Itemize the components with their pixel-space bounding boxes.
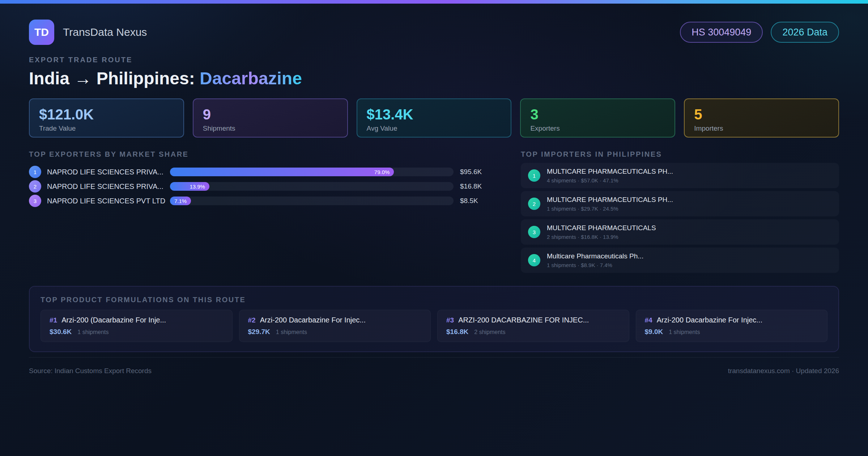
exporters-list: 1 NAPROD LIFE SCIENCES PRIVA... 79.0% $9… [29, 166, 492, 207]
product-card[interactable]: #1 Arzi-200 (Dacarbazine For Inje... $30… [41, 310, 233, 342]
market-share-percent: 79.0% [374, 169, 390, 175]
market-share-bar-fill: 13.9% [170, 182, 209, 191]
product-title-line: #3 ARZI-200 DACARBAZINE FOR INJEC... [446, 316, 620, 324]
route-text: India → Philippines: [29, 69, 195, 88]
page-title: India → Philippines: Dacarbazine [29, 68, 839, 88]
importer-info: MULTICARE PHARMACEUTICALS PH... 1 shipme… [547, 196, 673, 212]
eyebrow-label: EXPORT TRADE ROUTE [29, 56, 839, 64]
exporter-name: NAPROD LIFE SCIENCES PRIVA... [47, 182, 170, 191]
product-value: $9.0K [645, 328, 663, 336]
exporter-value: $8.5K [460, 197, 492, 205]
rank-badge: 3 [29, 195, 41, 207]
product-title-line: #2 Arzi-200 Dacarbazine For Injec... [248, 316, 422, 324]
product-shipments: 2 shipments [474, 329, 505, 335]
market-share-bar-track: 13.9% [170, 182, 454, 191]
rank-badge: 2 [528, 198, 540, 210]
exporter-value: $95.6K [460, 168, 492, 176]
product-shipments: 1 shipments [276, 329, 307, 335]
importer-name: MULTICARE PHARMACEUTICALS PH... [547, 196, 673, 204]
importer-info: MULTICARE PHARMACEUTICALS 2 shipments · … [547, 224, 656, 240]
product-value: $16.8K [446, 328, 468, 336]
stat-label: Importers [694, 124, 829, 132]
content-columns: TOP EXPORTERS BY MARKET SHARE 1 NAPROD L… [29, 151, 839, 276]
importers-heading: TOP IMPORTERS IN PHILIPPINES [521, 151, 839, 158]
product-rank: #2 [248, 316, 256, 324]
exporter-name: NAPROD LIFE SCIENCES PRIVA... [47, 168, 170, 176]
stats-row: $121.0K Trade Value 9 Shipments $13.4K A… [29, 98, 839, 138]
product-card[interactable]: #4 Arzi-200 Dacarbazine For Injec... $9.… [636, 310, 828, 342]
importer-name: MULTICARE PHARMACEUTICALS [547, 224, 656, 232]
product-title-line: #1 Arzi-200 (Dacarbazine For Inje... [50, 316, 224, 324]
product-meta-line: $16.8K 2 shipments [446, 328, 620, 336]
stat-value: 9 [203, 106, 338, 123]
importer-meta: 2 shipments · $16.8K · 13.9% [547, 234, 656, 240]
product-name: Arzi-200 Dacarbazine For Injec... [657, 316, 762, 324]
importer-card[interactable]: 1 MULTICARE PHARMACEUTICALS PH... 4 ship… [521, 163, 839, 188]
importer-meta: 4 shipments · $57.0K · 47.1% [547, 177, 673, 183]
stat-value: 5 [694, 106, 829, 123]
market-share-bar-track: 7.1% [170, 197, 454, 205]
product-rank: #3 [446, 316, 454, 324]
stat-card-exporters: 3 Exporters [520, 98, 675, 138]
product-shipments: 1 shipments [669, 329, 700, 335]
exporter-row[interactable]: 3 NAPROD LIFE SCIENCES PVT LTD 7.1% $8.5… [29, 195, 492, 207]
product-value: $30.6K [50, 328, 72, 336]
product-title-line: #4 Arzi-200 Dacarbazine For Injec... [645, 316, 819, 324]
importer-name: MULTICARE PHARMACEUTICALS PH... [547, 168, 673, 176]
stat-card-trade-value: $121.0K Trade Value [29, 98, 184, 138]
product-meta-line: $30.6K 1 shipments [50, 328, 224, 336]
exporter-row[interactable]: 2 NAPROD LIFE SCIENCES PRIVA... 13.9% $1… [29, 180, 492, 193]
footer-source: Source: Indian Customs Export Records [29, 367, 152, 375]
products-panel: TOP PRODUCT FORMULATIONS ON THIS ROUTE #… [29, 286, 839, 352]
stat-value: $13.4K [367, 106, 502, 123]
market-share-bar-fill: 79.0% [170, 168, 394, 176]
products-list: #1 Arzi-200 (Dacarbazine For Inje... $30… [41, 310, 827, 342]
rank-badge: 1 [29, 166, 41, 178]
stat-card-shipments: 9 Shipments [193, 98, 348, 138]
year-data-badge[interactable]: 2026 Data [771, 22, 839, 43]
footer: Source: Indian Customs Export Records tr… [29, 357, 839, 375]
importer-info: Multicare Pharmaceuticals Ph... 1 shipme… [547, 252, 643, 268]
stat-value: $121.0K [39, 106, 174, 123]
importer-card[interactable]: 3 MULTICARE PHARMACEUTICALS 2 shipments … [521, 219, 839, 245]
product-name: Arzi-200 Dacarbazine For Injec... [260, 316, 366, 324]
importer-card[interactable]: 2 MULTICARE PHARMACEUTICALS PH... 1 ship… [521, 191, 839, 216]
exporters-section: TOP EXPORTERS BY MARKET SHARE 1 NAPROD L… [29, 151, 492, 276]
product-card[interactable]: #2 Arzi-200 Dacarbazine For Injec... $29… [239, 310, 431, 342]
stat-label: Shipments [203, 124, 338, 132]
app-logo: TD [29, 20, 54, 45]
hs-code-badge[interactable]: HS 30049049 [680, 22, 763, 43]
stat-card-importers: 5 Importers [684, 98, 839, 138]
rank-badge: 3 [528, 226, 540, 238]
rank-badge: 2 [29, 180, 41, 193]
product-rank: #1 [50, 316, 57, 324]
header-badges: HS 30049049 2026 Data [680, 22, 839, 43]
rank-badge: 1 [528, 169, 540, 182]
importers-list: 1 MULTICARE PHARMACEUTICALS PH... 4 ship… [521, 163, 839, 273]
stat-label: Avg Value [367, 124, 502, 132]
product-name: ARZI-200 DACARBAZINE FOR INJEC... [458, 316, 589, 324]
product-value: $29.7K [248, 328, 270, 336]
market-share-bar-track: 79.0% [170, 168, 454, 176]
header: TD TransData Nexus HS 30049049 2026 Data [29, 20, 839, 45]
exporters-heading: TOP EXPORTERS BY MARKET SHARE [29, 151, 492, 158]
brand: TD TransData Nexus [29, 20, 147, 45]
exporter-value: $16.8K [460, 182, 492, 190]
stat-label: Trade Value [39, 124, 174, 132]
importer-meta: 1 shipments · $8.9K · 7.4% [547, 262, 643, 268]
product-meta-line: $29.7K 1 shipments [248, 328, 422, 336]
exporter-row[interactable]: 1 NAPROD LIFE SCIENCES PRIVA... 79.0% $9… [29, 166, 492, 178]
importer-card[interactable]: 4 Multicare Pharmaceuticals Ph... 1 ship… [521, 248, 839, 273]
product-meta-line: $9.0K 1 shipments [645, 328, 819, 336]
top-accent-bar [0, 0, 868, 4]
product-card[interactable]: #3 ARZI-200 DACARBAZINE FOR INJEC... $16… [437, 310, 629, 342]
app-title: TransData Nexus [63, 26, 147, 38]
footer-site: transdatanexus.com · Updated 2026 [728, 367, 839, 375]
products-heading: TOP PRODUCT FORMULATIONS ON THIS ROUTE [41, 296, 827, 303]
importers-section: TOP IMPORTERS IN PHILIPPINES 1 MULTICARE… [521, 151, 839, 276]
market-share-percent: 13.9% [190, 183, 205, 190]
page-container: TD TransData Nexus HS 30049049 2026 Data… [0, 20, 868, 375]
rank-badge: 4 [528, 254, 540, 266]
importer-info: MULTICARE PHARMACEUTICALS PH... 4 shipme… [547, 168, 673, 183]
market-share-percent: 7.1% [174, 198, 187, 204]
